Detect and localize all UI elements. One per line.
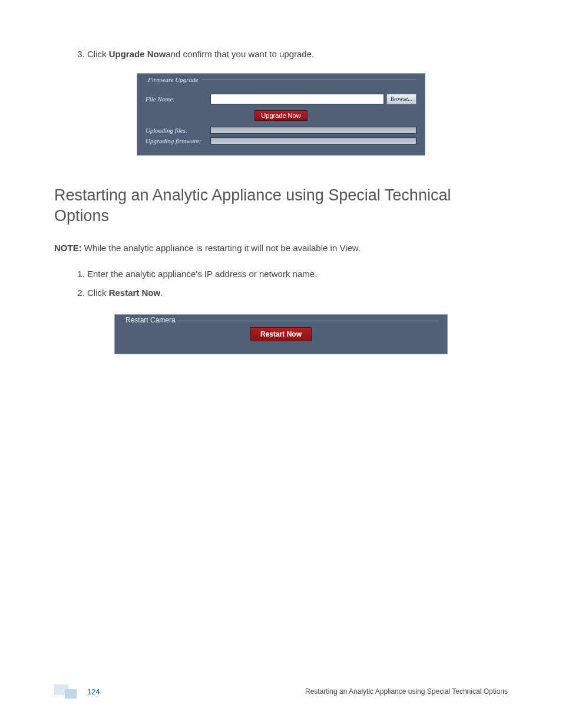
file-name-input[interactable] — [210, 94, 384, 104]
file-name-row: File Name: Browse... — [146, 94, 416, 104]
footer-right-text: Restarting an Analytic Appliance using S… — [305, 687, 508, 696]
step-3: Click Upgrade Nowand confirm that you wa… — [87, 47, 508, 61]
upgrading-progress — [210, 137, 416, 144]
firmware-upgrade-screenshot: Firmware Upgrade File Name: Browse... Up… — [54, 73, 508, 156]
restart-step-2-prefix: Click — [87, 288, 109, 298]
step-3-prefix: Click — [87, 49, 109, 59]
uploading-progress — [210, 127, 416, 134]
note-bold: NOTE: — [54, 243, 82, 253]
restart-step-2-bold: Restart Now — [109, 288, 161, 298]
restart-legend-rule — [177, 321, 439, 321]
step-3-suffix: and confirm that you want to upgrade. — [166, 49, 314, 59]
restart-camera-panel: Restart Camera Restart Now — [114, 314, 448, 354]
upgrade-now-row: Upgrade Now — [146, 110, 416, 121]
upgrading-row: Upgrading firmware: — [146, 137, 416, 144]
step-3-bold: Upgrade Now — [109, 49, 166, 59]
section-heading: Restarting an Analytic Appliance using S… — [54, 185, 508, 226]
upgrading-label: Upgrading firmware: — [146, 137, 210, 144]
footer-left: 124 — [54, 684, 100, 699]
browse-button[interactable]: Browse... — [386, 94, 416, 104]
restart-step-2: Click Restart Now. — [87, 286, 508, 300]
upgrade-now-button[interactable]: Upgrade Now — [254, 110, 307, 121]
firmware-upgrade-panel: Firmware Upgrade File Name: Browse... Up… — [137, 73, 425, 156]
restart-step-1: Enter the analytic appliance's IP addres… — [87, 267, 508, 281]
page-number: 124 — [87, 687, 100, 696]
page-footer: 124 Restarting an Analytic Appliance usi… — [0, 684, 562, 699]
restart-step-2-suffix: . — [160, 288, 163, 298]
restart-legend: Restart Camera — [123, 316, 178, 324]
footer-logo-icon — [54, 684, 81, 699]
firmware-legend-rule — [202, 80, 416, 80]
restart-steps: Enter the analytic appliance's IP addres… — [54, 267, 508, 300]
uploading-row: Uploading files: — [146, 127, 416, 134]
restart-now-button[interactable]: Restart Now — [250, 327, 312, 341]
note-text: While the analytic appliance is restarti… — [82, 243, 361, 253]
firmware-legend: Firmware Upgrade — [146, 76, 200, 83]
step-list-continuation: Click Upgrade Nowand confirm that you wa… — [54, 47, 508, 61]
file-name-label: File Name: — [146, 95, 210, 103]
uploading-label: Uploading files: — [146, 127, 210, 134]
restart-camera-screenshot: Restart Camera Restart Now — [54, 314, 508, 354]
note-paragraph: NOTE: While the analytic appliance is re… — [54, 242, 508, 255]
